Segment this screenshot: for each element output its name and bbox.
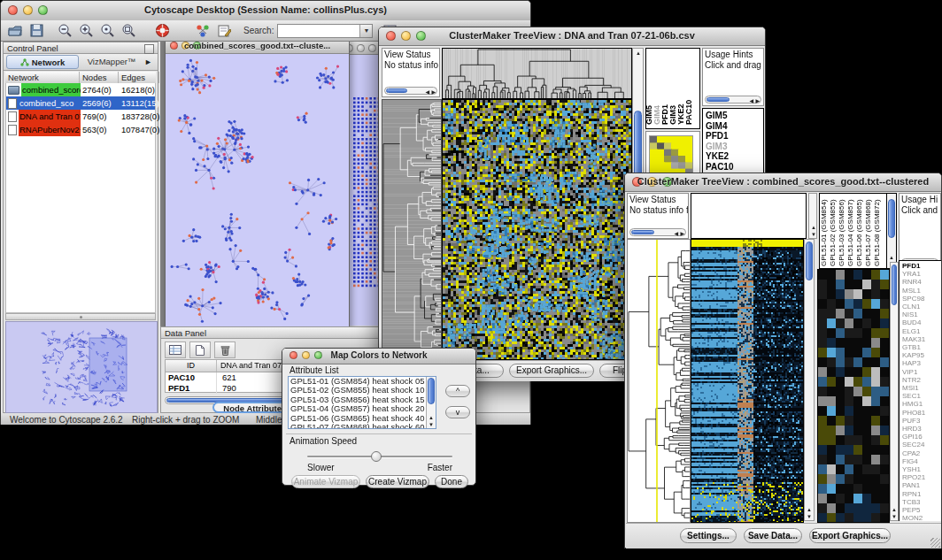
gene-label[interactable]: SEC1 [902, 392, 941, 400]
resize-grip[interactable] [930, 538, 940, 548]
network-row[interactable]: combined_scores2764(0)16218(0) [6, 83, 155, 96]
tv2-top-scroll-sliver[interactable]: ▲ ▼ [808, 193, 817, 239]
tv2-row-dendrogram[interactable] [627, 239, 691, 523]
network-canvas-1[interactable] [166, 54, 347, 326]
tv2-vscrollbar[interactable]: ▲ ▼ [804, 239, 815, 521]
gene-label[interactable]: MAK31 [902, 335, 941, 343]
help-button[interactable] [151, 22, 173, 40]
gene-label[interactable]: CPA2 [902, 449, 941, 457]
gene-label[interactable]: MSI1 [902, 384, 941, 392]
tv2-column-label[interactable]: GPL51-01 (GSM854) [820, 199, 828, 266]
gene-label[interactable]: PEP5 [902, 506, 941, 514]
tv2-status-scrollbar[interactable]: ◀▶ [629, 228, 686, 236]
annotation-tool-button[interactable] [213, 22, 235, 40]
export-graphics-button[interactable]: Export Graphics... [509, 364, 594, 378]
gene-label[interactable]: RPO21 [902, 473, 941, 481]
gene-label[interactable]: MSL1 [902, 287, 941, 295]
gene-label[interactable]: YSH1 [902, 465, 941, 473]
vizmapper-tool-button[interactable] [192, 22, 213, 40]
tv1-row-label[interactable]: GIM3 [706, 142, 763, 152]
tv2-column-label[interactable]: GPL51-06 (GSM865) [855, 199, 863, 266]
tv2-gene-list[interactable]: PFD1YRA1RNR4MSL1SPC98CLN1NIS1BUD4ELG1MAK… [899, 260, 941, 521]
attribute-list-scrollbar[interactable]: ▲ ▼ [426, 377, 436, 428]
settings-button[interactable]: Settings... [680, 528, 737, 543]
animation-speed-slider[interactable] [307, 451, 452, 462]
animate-vizmap-button[interactable]: Animate Vizmap [291, 475, 360, 488]
tv1-row-label[interactable]: PAC10 [706, 162, 763, 173]
tv1-row-label[interactable]: GIM4 [706, 121, 763, 132]
tv2-column-labels[interactable]: GPL51-01 (GSM854)GPL51-02 (GSM855)GPL51-… [819, 193, 897, 269]
col-edges[interactable]: Edges [119, 72, 159, 83]
gene-label[interactable]: RPN1 [902, 490, 941, 498]
gene-label[interactable]: PFD1 [902, 262, 941, 270]
open-session-button[interactable] [4, 22, 26, 40]
tv1-row-label[interactable]: PFD1 [706, 131, 763, 142]
gene-label[interactable]: VIP1 [902, 368, 941, 376]
zoom-fit-button[interactable] [118, 22, 139, 40]
gene-label[interactable]: GTB1 [902, 343, 941, 351]
gene-label[interactable]: HRD3 [902, 425, 941, 433]
gene-label[interactable]: PAN1 [902, 481, 941, 489]
slider-thumb[interactable] [371, 451, 382, 462]
gene-label[interactable]: BUD4 [902, 318, 941, 326]
tv2-top-dendrogram[interactable] [691, 193, 807, 239]
tv1-hints-scrollbar[interactable]: ◀▶ [705, 96, 761, 104]
search-combobox[interactable]: ▼ [277, 24, 373, 38]
search-dropdown-arrow[interactable]: ▼ [359, 25, 372, 37]
tv1-minimap-canvas[interactable] [649, 135, 693, 176]
float-panel-icon[interactable] [144, 44, 154, 54]
tab-vizmapper[interactable]: VizMapper™ [81, 56, 143, 68]
tv2-secondary-heatmap[interactable] [817, 269, 890, 523]
select-attributes-button[interactable] [165, 341, 186, 358]
zoom-window-button[interactable] [368, 44, 376, 52]
data-col-id[interactable]: ID [166, 360, 217, 372]
gene-label[interactable]: HAP3 [902, 359, 941, 367]
minimize-button[interactable] [357, 44, 365, 52]
network-row[interactable]: combined_sco2569(6)13112(15) [6, 96, 155, 110]
tv1-column-labels[interactable]: GIM5GIM4PFD1GIM3YKE2PAC10 [645, 48, 700, 129]
network-window-1[interactable]: combined_scores_good.txt--cluste... [165, 42, 350, 326]
gene-label[interactable]: ELG1 [902, 327, 941, 335]
search-input[interactable] [278, 25, 359, 37]
network-row[interactable]: DNA and Tran 07769(0)183728(0) [6, 110, 155, 123]
col-network[interactable]: Network [5, 72, 80, 83]
col-nodes[interactable]: Nodes [80, 72, 119, 83]
tv2-column-label[interactable]: GPL51-03 (GSM856) [838, 199, 845, 266]
gene-label[interactable]: PUF3 [902, 417, 941, 425]
zoom-selected-button[interactable] [97, 22, 118, 40]
tv1-heatmap[interactable] [442, 99, 632, 360]
tab-network[interactable]: Network [6, 55, 79, 69]
tv1-column-label[interactable]: PAC10 [684, 100, 693, 125]
gene-label[interactable]: SPC98 [902, 295, 941, 303]
gene-label[interactable]: MON2 [902, 514, 941, 521]
move-down-button[interactable]: v [445, 406, 470, 418]
tab-overflow-arrow[interactable]: ► [144, 58, 152, 66]
tv2-labels-scrollbar[interactable]: ▲ ▼ [886, 194, 896, 268]
delete-attribute-button[interactable] [214, 341, 236, 358]
gene-label[interactable]: HMG1 [902, 400, 941, 408]
tv2-gene-scrollbar[interactable]: ▲ ▼ [890, 262, 899, 521]
network-row[interactable]: RNAPuberNov2+563(0)107847(0) [6, 123, 155, 136]
tv1-status-scrollbar[interactable]: ◀▶ [384, 87, 437, 95]
save-session-button[interactable] [26, 22, 47, 40]
gene-label[interactable]: SEC24 [902, 441, 941, 449]
tv2-heatmap[interactable] [691, 239, 804, 523]
gene-label[interactable]: NIS1 [902, 311, 941, 318]
zoom-in-button[interactable] [75, 22, 97, 40]
gene-label[interactable]: CLN1 [902, 303, 941, 311]
save-data-button[interactable]: Save Data... [744, 528, 802, 543]
tv1-row-label[interactable]: GIM5 [706, 111, 763, 121]
zoom-out-button[interactable] [54, 22, 75, 40]
main-titlebar[interactable]: Cytoscape Desktop (Session Name: collins… [1, 1, 530, 21]
tv2-column-label[interactable]: GPL51-02 (GSM855) [829, 199, 837, 266]
gene-label[interactable]: GPI16 [902, 433, 941, 441]
done-button[interactable]: Done [435, 475, 468, 488]
tv1-row-label[interactable]: YKE2 [706, 151, 763, 162]
gene-label[interactable]: RNR4 [902, 278, 941, 286]
gene-label[interactable]: KAP95 [902, 351, 941, 359]
gene-label[interactable]: PHO81 [902, 409, 941, 417]
tv1-row-dendrogram[interactable] [382, 99, 442, 360]
gene-label[interactable]: NTR2 [902, 376, 941, 384]
attribute-list[interactable]: GPL51-01 (GSM854) heat shock 05 minGPL51… [288, 376, 436, 429]
tv2-column-label[interactable]: GPL51-04 (GSM857) [846, 199, 854, 266]
